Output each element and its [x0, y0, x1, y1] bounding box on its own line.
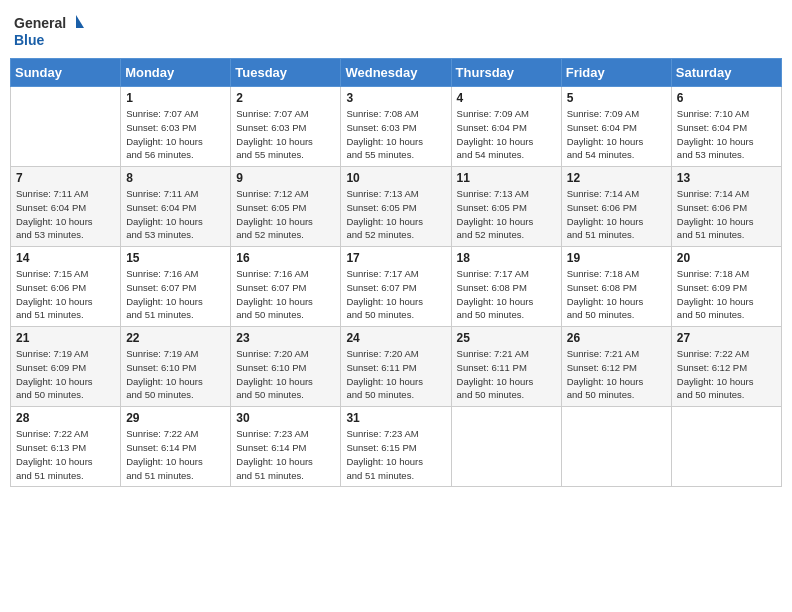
day-number: 24 — [346, 331, 445, 345]
day-info: Sunrise: 7:07 AM Sunset: 6:03 PM Dayligh… — [126, 107, 225, 162]
calendar-cell: 4Sunrise: 7:09 AM Sunset: 6:04 PM Daylig… — [451, 87, 561, 167]
day-number: 11 — [457, 171, 556, 185]
calendar-cell: 11Sunrise: 7:13 AM Sunset: 6:05 PM Dayli… — [451, 167, 561, 247]
weekday-header: Wednesday — [341, 59, 451, 87]
day-info: Sunrise: 7:13 AM Sunset: 6:05 PM Dayligh… — [457, 187, 556, 242]
calendar-cell — [451, 407, 561, 487]
day-number: 23 — [236, 331, 335, 345]
calendar-table: SundayMondayTuesdayWednesdayThursdayFrid… — [10, 58, 782, 487]
day-info: Sunrise: 7:23 AM Sunset: 6:15 PM Dayligh… — [346, 427, 445, 482]
day-number: 27 — [677, 331, 776, 345]
calendar-cell: 28Sunrise: 7:22 AM Sunset: 6:13 PM Dayli… — [11, 407, 121, 487]
day-info: Sunrise: 7:14 AM Sunset: 6:06 PM Dayligh… — [677, 187, 776, 242]
calendar-cell: 7Sunrise: 7:11 AM Sunset: 6:04 PM Daylig… — [11, 167, 121, 247]
day-number: 7 — [16, 171, 115, 185]
logo: General Blue — [14, 10, 84, 52]
calendar-cell: 14Sunrise: 7:15 AM Sunset: 6:06 PM Dayli… — [11, 247, 121, 327]
day-info: Sunrise: 7:09 AM Sunset: 6:04 PM Dayligh… — [457, 107, 556, 162]
weekday-header: Thursday — [451, 59, 561, 87]
calendar-cell — [561, 407, 671, 487]
calendar-cell: 6Sunrise: 7:10 AM Sunset: 6:04 PM Daylig… — [671, 87, 781, 167]
calendar-cell: 9Sunrise: 7:12 AM Sunset: 6:05 PM Daylig… — [231, 167, 341, 247]
calendar-week-row: 1Sunrise: 7:07 AM Sunset: 6:03 PM Daylig… — [11, 87, 782, 167]
day-info: Sunrise: 7:16 AM Sunset: 6:07 PM Dayligh… — [126, 267, 225, 322]
calendar-cell: 16Sunrise: 7:16 AM Sunset: 6:07 PM Dayli… — [231, 247, 341, 327]
calendar-cell: 27Sunrise: 7:22 AM Sunset: 6:12 PM Dayli… — [671, 327, 781, 407]
day-number: 6 — [677, 91, 776, 105]
day-number: 9 — [236, 171, 335, 185]
calendar-cell: 13Sunrise: 7:14 AM Sunset: 6:06 PM Dayli… — [671, 167, 781, 247]
calendar-cell — [11, 87, 121, 167]
day-number: 4 — [457, 91, 556, 105]
svg-text:General: General — [14, 15, 66, 31]
calendar-cell: 15Sunrise: 7:16 AM Sunset: 6:07 PM Dayli… — [121, 247, 231, 327]
day-info: Sunrise: 7:22 AM Sunset: 6:14 PM Dayligh… — [126, 427, 225, 482]
day-number: 28 — [16, 411, 115, 425]
day-info: Sunrise: 7:07 AM Sunset: 6:03 PM Dayligh… — [236, 107, 335, 162]
calendar-header-row: SundayMondayTuesdayWednesdayThursdayFrid… — [11, 59, 782, 87]
day-info: Sunrise: 7:19 AM Sunset: 6:09 PM Dayligh… — [16, 347, 115, 402]
day-info: Sunrise: 7:09 AM Sunset: 6:04 PM Dayligh… — [567, 107, 666, 162]
day-number: 10 — [346, 171, 445, 185]
day-number: 2 — [236, 91, 335, 105]
day-info: Sunrise: 7:17 AM Sunset: 6:07 PM Dayligh… — [346, 267, 445, 322]
calendar-cell: 10Sunrise: 7:13 AM Sunset: 6:05 PM Dayli… — [341, 167, 451, 247]
day-number: 16 — [236, 251, 335, 265]
day-number: 30 — [236, 411, 335, 425]
calendar-cell: 12Sunrise: 7:14 AM Sunset: 6:06 PM Dayli… — [561, 167, 671, 247]
calendar-cell: 25Sunrise: 7:21 AM Sunset: 6:11 PM Dayli… — [451, 327, 561, 407]
calendar-cell: 1Sunrise: 7:07 AM Sunset: 6:03 PM Daylig… — [121, 87, 231, 167]
calendar-cell: 21Sunrise: 7:19 AM Sunset: 6:09 PM Dayli… — [11, 327, 121, 407]
calendar-cell: 29Sunrise: 7:22 AM Sunset: 6:14 PM Dayli… — [121, 407, 231, 487]
page-header: General Blue — [10, 10, 782, 52]
calendar-cell: 5Sunrise: 7:09 AM Sunset: 6:04 PM Daylig… — [561, 87, 671, 167]
calendar-cell: 31Sunrise: 7:23 AM Sunset: 6:15 PM Dayli… — [341, 407, 451, 487]
day-info: Sunrise: 7:20 AM Sunset: 6:10 PM Dayligh… — [236, 347, 335, 402]
day-info: Sunrise: 7:17 AM Sunset: 6:08 PM Dayligh… — [457, 267, 556, 322]
day-number: 22 — [126, 331, 225, 345]
day-info: Sunrise: 7:12 AM Sunset: 6:05 PM Dayligh… — [236, 187, 335, 242]
day-number: 20 — [677, 251, 776, 265]
day-number: 12 — [567, 171, 666, 185]
calendar-cell: 20Sunrise: 7:18 AM Sunset: 6:09 PM Dayli… — [671, 247, 781, 327]
svg-text:Blue: Blue — [14, 32, 45, 48]
svg-marker-2 — [76, 15, 84, 28]
weekday-header: Tuesday — [231, 59, 341, 87]
day-number: 31 — [346, 411, 445, 425]
calendar-cell: 8Sunrise: 7:11 AM Sunset: 6:04 PM Daylig… — [121, 167, 231, 247]
day-info: Sunrise: 7:19 AM Sunset: 6:10 PM Dayligh… — [126, 347, 225, 402]
day-info: Sunrise: 7:22 AM Sunset: 6:13 PM Dayligh… — [16, 427, 115, 482]
calendar-cell: 18Sunrise: 7:17 AM Sunset: 6:08 PM Dayli… — [451, 247, 561, 327]
calendar-cell: 19Sunrise: 7:18 AM Sunset: 6:08 PM Dayli… — [561, 247, 671, 327]
weekday-header: Monday — [121, 59, 231, 87]
day-info: Sunrise: 7:13 AM Sunset: 6:05 PM Dayligh… — [346, 187, 445, 242]
day-number: 29 — [126, 411, 225, 425]
day-info: Sunrise: 7:16 AM Sunset: 6:07 PM Dayligh… — [236, 267, 335, 322]
calendar-cell: 17Sunrise: 7:17 AM Sunset: 6:07 PM Dayli… — [341, 247, 451, 327]
day-info: Sunrise: 7:22 AM Sunset: 6:12 PM Dayligh… — [677, 347, 776, 402]
logo-svg: General Blue — [14, 10, 84, 52]
calendar-cell: 3Sunrise: 7:08 AM Sunset: 6:03 PM Daylig… — [341, 87, 451, 167]
day-info: Sunrise: 7:21 AM Sunset: 6:11 PM Dayligh… — [457, 347, 556, 402]
day-info: Sunrise: 7:10 AM Sunset: 6:04 PM Dayligh… — [677, 107, 776, 162]
calendar-week-row: 21Sunrise: 7:19 AM Sunset: 6:09 PM Dayli… — [11, 327, 782, 407]
day-number: 3 — [346, 91, 445, 105]
day-info: Sunrise: 7:18 AM Sunset: 6:09 PM Dayligh… — [677, 267, 776, 322]
calendar-cell: 23Sunrise: 7:20 AM Sunset: 6:10 PM Dayli… — [231, 327, 341, 407]
day-number: 5 — [567, 91, 666, 105]
calendar-cell: 22Sunrise: 7:19 AM Sunset: 6:10 PM Dayli… — [121, 327, 231, 407]
day-info: Sunrise: 7:20 AM Sunset: 6:11 PM Dayligh… — [346, 347, 445, 402]
day-info: Sunrise: 7:14 AM Sunset: 6:06 PM Dayligh… — [567, 187, 666, 242]
calendar-week-row: 14Sunrise: 7:15 AM Sunset: 6:06 PM Dayli… — [11, 247, 782, 327]
calendar-cell: 24Sunrise: 7:20 AM Sunset: 6:11 PM Dayli… — [341, 327, 451, 407]
day-number: 17 — [346, 251, 445, 265]
calendar-week-row: 28Sunrise: 7:22 AM Sunset: 6:13 PM Dayli… — [11, 407, 782, 487]
day-info: Sunrise: 7:08 AM Sunset: 6:03 PM Dayligh… — [346, 107, 445, 162]
day-info: Sunrise: 7:11 AM Sunset: 6:04 PM Dayligh… — [16, 187, 115, 242]
day-info: Sunrise: 7:23 AM Sunset: 6:14 PM Dayligh… — [236, 427, 335, 482]
day-number: 19 — [567, 251, 666, 265]
day-number: 8 — [126, 171, 225, 185]
calendar-cell — [671, 407, 781, 487]
day-info: Sunrise: 7:15 AM Sunset: 6:06 PM Dayligh… — [16, 267, 115, 322]
calendar-cell: 2Sunrise: 7:07 AM Sunset: 6:03 PM Daylig… — [231, 87, 341, 167]
